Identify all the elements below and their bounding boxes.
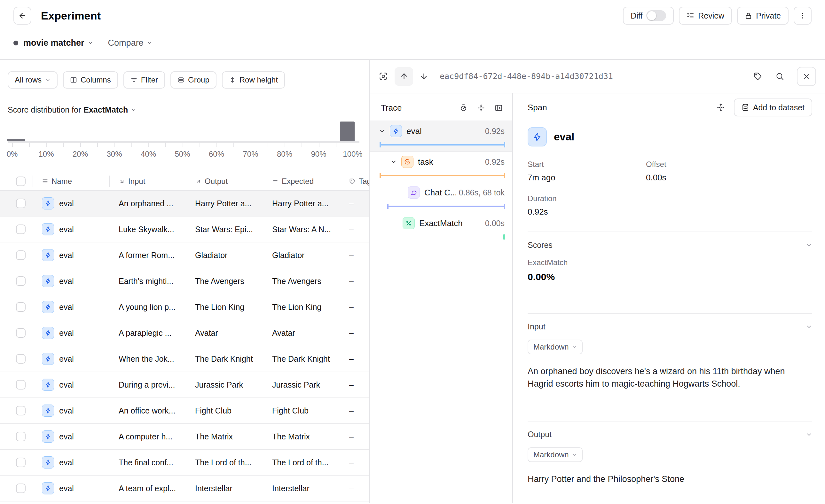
score-distribution-prefix: Score distribution for: [8, 105, 81, 115]
score-histogram[interactable]: 0%10%20%30%40%50%60%70%80%90%100%: [8, 122, 361, 159]
row-checkbox[interactable]: [16, 406, 25, 415]
database-icon: [742, 103, 749, 111]
input-format-dropdown[interactable]: Markdown: [528, 340, 583, 354]
row-checkbox[interactable]: [16, 354, 25, 364]
filter-button[interactable]: Filter: [124, 71, 165, 89]
chevron-down-icon: [572, 345, 577, 350]
column-header-tags[interactable]: Tags: [340, 175, 369, 187]
axis-tick: [336, 143, 336, 147]
row-checkbox[interactable]: [16, 302, 25, 312]
table-row[interactable]: evalA team of expl...InterstellarInterst…: [0, 476, 369, 501]
table-row[interactable]: evalA computer h...The MatrixThe Matrix–: [0, 424, 369, 450]
row-name: eval: [59, 458, 74, 467]
timing-view-button[interactable]: [459, 104, 467, 112]
axis-tick-label: 90%: [306, 150, 331, 159]
more-options-button[interactable]: [794, 7, 812, 25]
chevron-down-icon[interactable]: [806, 242, 812, 248]
row-checkbox[interactable]: [16, 484, 25, 493]
add-to-dataset-button[interactable]: Add to dataset: [734, 98, 812, 117]
review-button[interactable]: Review: [679, 7, 732, 25]
chevron-down-icon[interactable]: [806, 431, 812, 438]
start-value: 7m ago: [528, 173, 646, 183]
row-tags: –: [340, 406, 369, 415]
chevron-down-icon[interactable]: [131, 107, 136, 113]
columns-button[interactable]: Columns: [63, 71, 118, 89]
group-icon: [177, 76, 184, 83]
collapse-panel-button[interactable]: [495, 104, 503, 112]
table-row[interactable]: evalDuring a previ...Jurassic ParkJurass…: [0, 372, 369, 398]
table-row[interactable]: evalWhen the Jok...The Dark KnightThe Da…: [0, 346, 369, 372]
row-checkbox[interactable]: [16, 458, 25, 467]
table-row[interactable]: evalEarth's mighti...The AvengersThe Ave…: [0, 268, 369, 294]
table-row[interactable]: evalA young lion p...The Lion KingThe Li…: [0, 294, 369, 320]
row-input: A young lion p...: [110, 302, 186, 312]
previous-row-button[interactable]: [395, 67, 413, 86]
expand-sections-button[interactable]: [717, 103, 725, 112]
column-header-output[interactable]: Output: [186, 175, 263, 187]
close-panel-button[interactable]: [797, 67, 816, 86]
axis-tick-label: 0%: [0, 150, 25, 159]
row-checkbox[interactable]: [16, 199, 25, 208]
trace-span-row-eval[interactable]: eval 0.92s: [370, 121, 512, 151]
axis-tick-label: 50%: [170, 150, 196, 159]
table-row[interactable]: evalA paraplegic ...AvatarAvatar–: [0, 320, 369, 346]
next-row-button[interactable]: [420, 72, 428, 81]
chevron-down-icon[interactable]: [390, 159, 397, 165]
table-row[interactable]: evalAn office work...Fight ClubFight Clu…: [0, 398, 369, 424]
table-row[interactable]: evalAn orphaned ...Harry Potter a...Harr…: [0, 191, 369, 217]
axis-tick: [80, 143, 81, 147]
trace-span-row-task[interactable]: task 0.92s: [370, 151, 512, 182]
eval-row-icon: [42, 327, 54, 339]
group-button[interactable]: Group: [170, 71, 217, 89]
axis-tick-label: 70%: [238, 150, 264, 159]
eval-span-icon: [528, 127, 547, 146]
row-checkbox[interactable]: [16, 224, 25, 234]
trace-span-row-exactmatch[interactable]: ExactMatch 0.00s: [370, 213, 512, 243]
row-tags: –: [340, 251, 369, 260]
compare-selector[interactable]: Compare: [108, 38, 153, 48]
row-tags: –: [340, 484, 369, 493]
diff-toggle-group[interactable]: Diff: [623, 7, 674, 25]
column-header-name[interactable]: Name: [33, 175, 110, 187]
table-row[interactable]: evalLuke Skywalk...Star Wars: Epi...Star…: [0, 217, 369, 242]
back-button[interactable]: [13, 7, 31, 25]
eval-row-icon: [42, 353, 54, 365]
chevron-down-icon[interactable]: [88, 40, 93, 46]
project-selector[interactable]: movie matcher: [23, 38, 84, 48]
focus-row-button[interactable]: [379, 72, 388, 81]
table-row[interactable]: evalThe final conf...The Lord of th...Th…: [0, 450, 369, 476]
tag-icon: [753, 72, 762, 81]
row-checkbox[interactable]: [16, 276, 25, 286]
collapse-all-button[interactable]: [477, 104, 485, 112]
table-row[interactable]: evalA former Rom...GladiatorGladiator–: [0, 242, 369, 268]
row-height-button[interactable]: Row height: [222, 71, 285, 89]
all-rows-filter-button[interactable]: All rows: [8, 71, 58, 89]
output-format-dropdown[interactable]: Markdown: [528, 447, 583, 462]
axis-tick: [319, 143, 319, 147]
column-header-expected[interactable]: Expected: [263, 175, 340, 187]
row-checkbox[interactable]: [16, 250, 25, 260]
axis-tick-label: 40%: [136, 150, 161, 159]
axis-tick: [46, 143, 47, 147]
toggle-knob: [647, 11, 656, 20]
private-button[interactable]: Private: [737, 7, 789, 25]
tag-trace-button[interactable]: [753, 72, 762, 81]
chevron-down-icon[interactable]: [379, 128, 385, 134]
column-header-input[interactable]: Input: [110, 175, 186, 187]
diff-toggle[interactable]: [646, 10, 666, 21]
axis-tick: [233, 143, 234, 147]
trace-panel-title: Trace: [381, 103, 402, 113]
select-all-checkbox[interactable]: [16, 176, 25, 186]
row-checkbox[interactable]: [16, 328, 25, 338]
row-tags: –: [340, 277, 369, 286]
row-checkbox[interactable]: [16, 380, 25, 389]
chevron-down-icon[interactable]: [806, 323, 812, 330]
eval-row-icon: [42, 275, 54, 287]
row-name: eval: [59, 354, 74, 364]
span-duration: 0.92s: [482, 157, 505, 167]
row-output: The Matrix: [186, 432, 263, 441]
search-trace-button[interactable]: [775, 72, 784, 81]
row-checkbox[interactable]: [16, 432, 25, 441]
trace-span-row-chat-completion[interactable]: Chat C... 0.86s, 68 tok: [370, 182, 512, 213]
offset-value: 0.00s: [646, 173, 812, 183]
